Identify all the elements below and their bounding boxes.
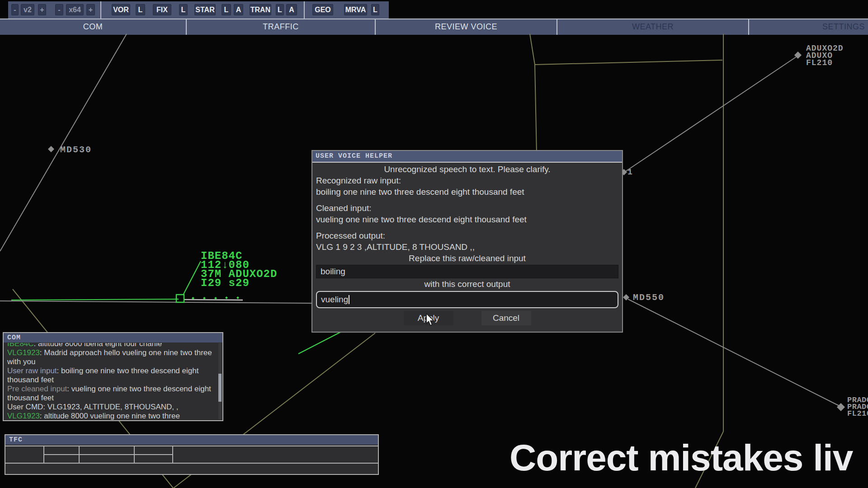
track-highlight-line (184, 300, 243, 300)
aircraft-trail-dots (192, 296, 239, 300)
cleaned-input-label: Cleaned input: (316, 202, 618, 214)
cancel-button[interactable]: Cancel (481, 311, 531, 325)
dialog-titlebar[interactable]: USER VOICE HELPER (312, 151, 622, 163)
waypoint-label-md550: MD550 (633, 292, 665, 303)
replace-instruction: Replace this raw/cleaned input (316, 253, 618, 264)
replace-input-field[interactable]: boiling (316, 265, 618, 278)
com-message: Pre cleaned input: vueling one nine two … (7, 385, 214, 403)
com-message: User raw input: boiling one nine two thr… (7, 366, 214, 385)
waypoint-label-aduxo: ADUXO2D ADUXO FL210 (806, 45, 844, 66)
waypoint-label-md530: MD530 (60, 145, 92, 155)
waypoint-label-fix1: 1 (627, 168, 632, 177)
dialog-message: Unrecognized speech to text. Please clar… (316, 164, 618, 175)
raw-input-value: boiling one nine two three descend eight… (316, 186, 618, 197)
com-scrollbar-thumb[interactable] (218, 374, 222, 402)
com-panel-title[interactable]: COM (4, 333, 222, 343)
watermark-text: Correct mistakes liv (509, 436, 853, 479)
tfc-panel: TFC (5, 434, 379, 475)
aircraft-datablock[interactable]: IBE84C 112↓080 37M ADUXO2D I29 s29 (201, 252, 277, 288)
tfc-panel-title[interactable]: TFC (5, 435, 378, 445)
raw-input-label: Recognized raw input: (316, 175, 618, 186)
com-message: VLG1923: Madrid approach hello vueling o… (7, 348, 214, 366)
user-voice-helper-dialog: USER VOICE HELPER Unrecognized speech to… (311, 150, 623, 333)
with-instruction: with this correct output (316, 278, 618, 290)
com-message-log: IBE84C: altitude 8000 iberia eight four … (4, 343, 222, 420)
aircraft-speed: I29 s29 (201, 279, 277, 288)
correct-output-field[interactable]: vueling (316, 291, 618, 308)
com-message: User CMD: VLG1923, ALTITUDE, 8THOUSAND, … (7, 403, 214, 412)
processed-output-label: Processed output: (316, 230, 618, 241)
mouse-cursor-icon (425, 314, 436, 326)
com-panel: COM IBE84C: altitude 8000 iberia eight f… (3, 332, 223, 421)
com-message: VLG1923: altitude 8000 vueling one nine … (7, 412, 214, 420)
waypoint-label-prado: PRADO PRADO FL210 (847, 397, 868, 417)
text-caret (349, 295, 349, 304)
processed-output-value: VLG 1 9 2 3 ,ALTITUDE, 8 THOUSAND ,, (316, 241, 618, 253)
cleaned-input-value: vueling one nine two three descend eight… (316, 214, 618, 225)
com-message: IBE84C: altitude 8000 iberia eight four … (7, 343, 214, 348)
aircraft-symbol[interactable] (176, 295, 184, 302)
